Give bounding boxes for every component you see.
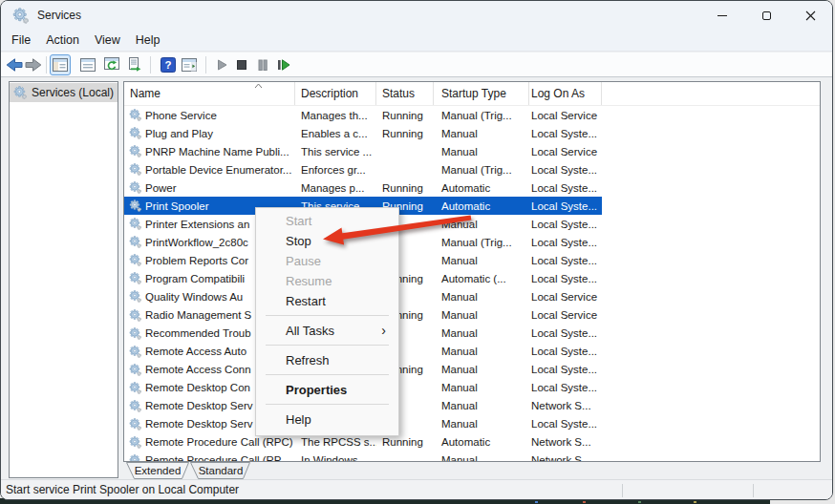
window-title: Services <box>37 9 81 22</box>
sort-ascending-icon <box>254 83 263 89</box>
start-service-icon[interactable] <box>215 58 228 72</box>
service-logon-cell: Local Service <box>529 142 602 160</box>
service-status-cell <box>376 142 434 160</box>
column-header-log-on-as[interactable]: Log On As <box>529 82 602 105</box>
service-description-cell: Enforces gr... <box>295 160 376 178</box>
service-status-cell: Running <box>376 106 434 124</box>
stop-service-icon[interactable] <box>235 58 248 72</box>
service-logon-cell: Local Syste... <box>529 415 602 433</box>
help-icon[interactable]: ? <box>161 57 176 73</box>
column-header-startup-type[interactable]: Startup Type <box>434 82 529 105</box>
service-gear-icon <box>129 127 141 139</box>
context-menu-item[interactable]: Help <box>256 410 398 430</box>
service-startup-cell: Automatic <box>434 178 529 197</box>
service-startup-cell: Manual <box>434 306 529 325</box>
service-startup-cell: Manual <box>434 379 529 397</box>
service-gear-icon <box>129 181 141 194</box>
menubar-item[interactable]: Action <box>38 31 87 50</box>
service-startup-cell: Manual (Trig... <box>434 106 529 124</box>
service-description-cell: In Windows... <box>295 452 376 462</box>
table-row[interactable]: Portable Device Enumerator... Enforces g… <box>124 160 602 178</box>
table-row[interactable]: PNRP Machine Name Publi... This service … <box>124 142 602 160</box>
refresh-icon[interactable] <box>101 54 122 75</box>
sidebar-item-label: Services (Local) <box>32 86 114 99</box>
service-gear-icon <box>129 327 141 340</box>
service-gear-icon <box>129 163 141 176</box>
service-startup-cell: Manual <box>434 142 529 160</box>
context-menu-item[interactable]: All Tasks <box>256 321 398 341</box>
context-menu-item[interactable]: Properties <box>256 380 398 400</box>
menubar-item[interactable]: Help <box>128 31 168 50</box>
forward-icon[interactable] <box>25 57 42 73</box>
service-gear-icon <box>129 109 141 121</box>
service-startup-cell: Manual <box>434 343 529 361</box>
services-window: Services FileActionViewHelp ? Services (… <box>0 0 833 500</box>
titlebar: Services <box>1 1 832 30</box>
column-header-description[interactable]: Description <box>295 82 376 105</box>
context-menu-item[interactable]: Resume <box>256 271 398 291</box>
console-tree-panel: Services (Local) <box>9 81 118 478</box>
service-name-cell: Plug and Play <box>124 124 295 142</box>
table-row[interactable]: Power Manages p... Running Automatic Loc… <box>124 178 602 197</box>
service-logon-cell: Local Syste... <box>529 269 602 287</box>
tab-extended-label[interactable]: Extended <box>135 465 182 476</box>
maximize-button[interactable] <box>744 1 788 30</box>
sidebar-item-services-local[interactable]: Services (Local) <box>10 83 118 102</box>
service-logon-cell: Network S... <box>529 397 602 415</box>
statusbar: Start service Print Spooler on Local Com… <box>1 479 832 499</box>
show-console-tree-icon[interactable] <box>50 54 71 75</box>
export-list-icon[interactable] <box>123 54 144 75</box>
toolbar-separator <box>46 56 47 74</box>
service-startup-cell: Manual <box>434 452 529 462</box>
service-startup-cell: Automatic (... <box>434 269 529 287</box>
toolbar-separator <box>150 56 151 74</box>
context-menu-item[interactable]: Refresh <box>256 350 398 370</box>
show-action-pane-icon[interactable] <box>179 54 200 75</box>
service-description-cell: Enables a c... <box>295 124 376 142</box>
services-list-panel: Name Description Status Startup Type Log… <box>123 81 821 462</box>
service-logon-cell: Local Service <box>529 287 602 305</box>
service-gear-icon <box>129 400 141 412</box>
svg-text:?: ? <box>164 59 171 71</box>
taskbar-speck <box>638 501 641 503</box>
table-row[interactable]: Plug and Play Enables a c... Running Man… <box>124 124 602 142</box>
service-name-cell: Phone Service <box>124 106 295 124</box>
red-arrow-annotation <box>288 197 498 263</box>
toolbar-separator <box>205 56 206 74</box>
service-startup-cell: Manual (Trig... <box>434 160 529 178</box>
close-icon <box>805 10 816 21</box>
menubar-item[interactable]: File <box>4 31 38 50</box>
column-header-status[interactable]: Status <box>376 82 434 105</box>
tab-standard-label[interactable]: Standard <box>199 465 244 476</box>
service-startup-cell: Manual <box>434 325 529 343</box>
service-logon-cell: Local Syste... <box>529 251 602 269</box>
service-description-cell: Manages p... <box>295 178 376 197</box>
service-logon-cell: Local Syste... <box>529 343 602 361</box>
service-gear-icon <box>129 145 141 158</box>
service-name-cell: Power <box>124 178 295 197</box>
pause-service-icon[interactable] <box>256 58 269 72</box>
service-status-cell <box>376 160 434 178</box>
service-startup-cell: Manual <box>434 287 529 305</box>
taskbar-speck <box>535 501 538 503</box>
table-row[interactable]: Remote Procedure Call (RP... In Windows.… <box>124 452 602 462</box>
service-logon-cell: Local Service <box>529 306 602 325</box>
service-gear-icon <box>129 200 141 212</box>
service-gear-icon <box>129 436 141 449</box>
service-logon-cell: Local Syste... <box>529 124 602 142</box>
column-header-name[interactable]: Name <box>124 82 295 105</box>
menubar-item[interactable]: View <box>87 31 128 50</box>
context-menu-item[interactable]: Restart <box>256 291 398 311</box>
minimize-button[interactable] <box>700 1 744 30</box>
properties-icon[interactable] <box>77 54 98 75</box>
services-gear-icon <box>13 86 27 99</box>
service-gear-icon <box>129 236 141 248</box>
table-row[interactable]: Phone Service Manages th... Running Manu… <box>124 106 602 124</box>
service-gear-icon <box>129 454 141 462</box>
service-logon-cell: Local Syste... <box>529 325 602 343</box>
service-logon-cell: Local Syste... <box>529 233 602 251</box>
restart-service-icon[interactable] <box>276 58 291 72</box>
service-gear-icon <box>129 272 141 284</box>
close-button[interactable] <box>788 1 832 30</box>
back-icon[interactable] <box>6 57 23 73</box>
